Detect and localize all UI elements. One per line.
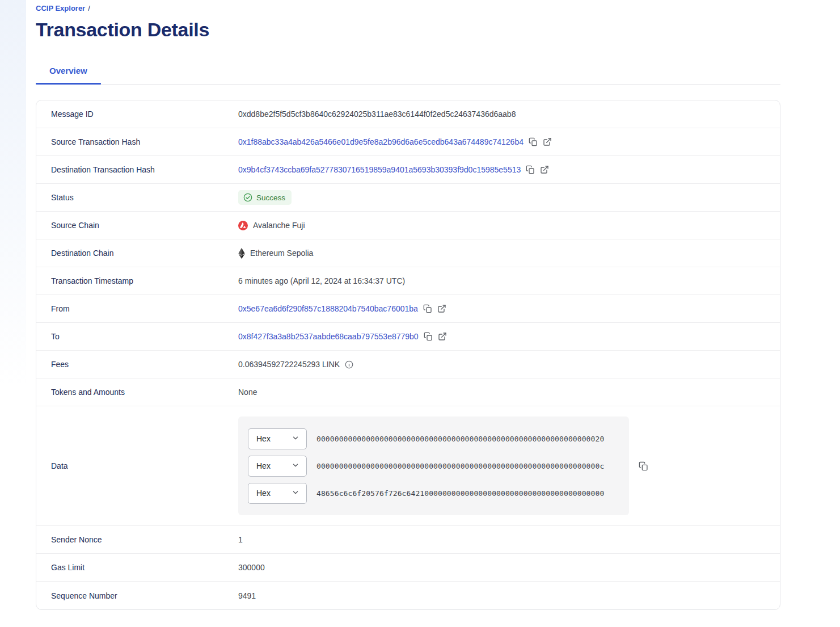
row-label: Data — [51, 461, 238, 470]
status-badge: Success — [238, 190, 292, 205]
gas-limit-value: 300000 — [238, 563, 265, 572]
message-id-value: 0xdd8be2f5f5d5cf3b8640c62924025b311ae83c… — [238, 110, 516, 119]
breadcrumb-ccip-explorer-link[interactable]: CCIP Explorer — [36, 4, 85, 12]
to-address-link[interactable]: 0x8f427f3a3a8b2537aabde68caab797553e8779… — [238, 332, 419, 341]
sequence-number-value: 9491 — [238, 591, 256, 600]
main-content: CCIP Explorer/ Transaction Details Overv… — [0, 0, 840, 610]
copy-icon[interactable] — [639, 461, 648, 471]
table-row-destination-chain: Destination Chain Ethereum Sepolia — [36, 239, 780, 267]
destination-tx-hash-link[interactable]: 0x9b4cf3743ccba69fa5277830716519859a9401… — [238, 165, 521, 174]
data-line: Hex 48656c6c6f20576f726c6421000000000000… — [248, 479, 619, 507]
table-row-timestamp: Transaction Timestamp 6 minutes ago (Apr… — [36, 267, 780, 295]
copy-icon[interactable] — [424, 332, 433, 341]
table-row-destination-tx-hash: Destination Transaction Hash 0x9b4cf3743… — [36, 156, 780, 184]
source-chain-label: Avalanche Fuji — [253, 221, 305, 230]
row-label: Transaction Timestamp — [51, 276, 238, 285]
tokens-and-amounts-value: None — [238, 388, 257, 397]
table-row-from: From 0x5e67ea6d6f290f857c1888204b7540bac… — [36, 295, 780, 323]
copy-icon[interactable] — [423, 304, 432, 313]
row-label: Sender Nonce — [51, 535, 238, 544]
table-row-tokens-and-amounts: Tokens and Amounts None — [36, 378, 780, 406]
data-hex-value: 48656c6c6f20576f726c64210000000000000000… — [316, 489, 604, 498]
check-circle-icon — [243, 193, 252, 202]
ethereum-logo-icon — [238, 248, 245, 259]
row-label: Source Transaction Hash — [51, 137, 238, 146]
row-label: Sequence Number — [51, 591, 238, 600]
row-label: Source Chain — [51, 221, 238, 230]
data-format-select-value: Hex — [256, 461, 271, 470]
table-row-to: To 0x8f427f3a3a8b2537aabde68caab797553e8… — [36, 323, 780, 351]
table-row-fees: Fees 0.06394592722245293 LINK — [36, 351, 780, 378]
breadcrumb-separator: / — [88, 4, 90, 12]
chevron-down-icon — [292, 434, 299, 444]
data-format-select[interactable]: Hex — [248, 456, 307, 477]
destination-chain-label: Ethereum Sepolia — [250, 249, 313, 258]
info-icon[interactable] — [345, 360, 353, 369]
data-hex-block: Hex 000000000000000000000000000000000000… — [238, 416, 629, 515]
table-row-status: Status Success — [36, 184, 780, 212]
tab-overview[interactable]: Overview — [36, 66, 101, 84]
chevron-down-icon — [292, 489, 299, 498]
data-line: Hex 000000000000000000000000000000000000… — [248, 452, 619, 479]
source-chain-value: Avalanche Fuji — [238, 221, 305, 230]
page-title: Transaction Details — [36, 18, 780, 41]
data-hex-value: 0000000000000000000000000000000000000000… — [316, 462, 604, 470]
row-label: Gas Limit — [51, 563, 238, 572]
data-format-select[interactable]: Hex — [248, 483, 307, 504]
transaction-details-table: Message ID 0xdd8be2f5f5d5cf3b8640c629240… — [36, 100, 780, 610]
sender-nonce-value: 1 — [238, 535, 243, 544]
row-label: From — [51, 304, 238, 313]
copy-icon[interactable] — [529, 137, 538, 146]
copy-icon[interactable] — [526, 165, 535, 174]
data-line: Hex 000000000000000000000000000000000000… — [248, 425, 619, 452]
table-row-message-id: Message ID 0xdd8be2f5f5d5cf3b8640c629240… — [36, 100, 780, 128]
fees-value: 0.06394592722245293 LINK — [238, 360, 340, 369]
table-row-gas-limit: Gas Limit 300000 — [36, 554, 780, 582]
from-address-link[interactable]: 0x5e67ea6d6f290f857c1888204b7540bac76001… — [238, 304, 418, 313]
external-link-icon[interactable] — [437, 304, 446, 313]
row-label: Message ID — [51, 110, 238, 119]
row-label: Destination Transaction Hash — [51, 165, 238, 174]
external-link-icon[interactable] — [543, 137, 552, 146]
table-row-data: Data Hex 0000000000000000000000000000000… — [36, 406, 780, 526]
row-label: Tokens and Amounts — [51, 388, 238, 397]
row-label: Status — [51, 193, 238, 202]
source-tx-hash-link[interactable]: 0x1f88abc33a4ab426a5466e01d9e5fe8a2b96d6… — [238, 137, 524, 146]
destination-chain-value: Ethereum Sepolia — [238, 248, 313, 259]
chevron-down-icon — [292, 461, 299, 471]
row-label: Destination Chain — [51, 249, 238, 258]
external-link-icon[interactable] — [540, 165, 549, 174]
data-format-select[interactable]: Hex — [248, 428, 307, 449]
table-row-source-tx-hash: Source Transaction Hash 0x1f88abc33a4ab4… — [36, 128, 780, 156]
avalanche-logo-icon — [238, 221, 248, 230]
row-label: To — [51, 332, 238, 341]
table-row-sender-nonce: Sender Nonce 1 — [36, 526, 780, 554]
breadcrumb: CCIP Explorer/ — [36, 4, 780, 12]
timestamp-value: 6 minutes ago (April 12, 2024 at 16:34:3… — [238, 276, 405, 285]
data-format-select-value: Hex — [256, 434, 271, 443]
row-label: Fees — [51, 360, 238, 369]
table-row-sequence-number: Sequence Number 9491 — [36, 582, 780, 609]
data-hex-value: 0000000000000000000000000000000000000000… — [316, 435, 604, 443]
data-format-select-value: Hex — [256, 489, 271, 498]
status-badge-label: Success — [256, 193, 285, 202]
tab-bar: Overview — [36, 66, 780, 85]
tab-overview-label: Overview — [49, 66, 87, 75]
table-row-source-chain: Source Chain Avalanche Fuji — [36, 212, 780, 239]
external-link-icon[interactable] — [438, 332, 447, 341]
